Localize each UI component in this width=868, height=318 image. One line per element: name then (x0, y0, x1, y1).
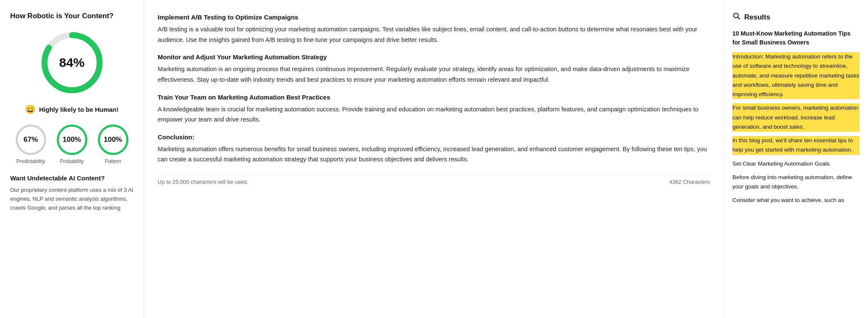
left-panel: How Robotic is Your Content? 84% 😄 Highl… (0, 0, 144, 318)
score-item-pattern: 100% Pattern (98, 124, 128, 164)
monitor-body: Marketing automation is an ongoing proce… (158, 64, 710, 85)
human-emoji: 😄 (25, 104, 36, 114)
char-count-left: Up to 25,000 characters will be used. (158, 179, 248, 185)
train-body: A knowledgeable team is crucial for mark… (158, 104, 710, 125)
plain-block-1: Set Clear Marketing Automation Goals (732, 159, 860, 169)
predictability-circle: 67% (16, 124, 46, 155)
conclusion-body: Marketing automation offers numerous ben… (158, 144, 710, 165)
pattern-label: Pattern (105, 158, 121, 164)
ab-testing-heading: Implement A/B Testing to Optimize Campai… (158, 14, 710, 21)
char-count-footer: Up to 25,000 characters will be used. 43… (158, 173, 710, 187)
svg-line-3 (738, 17, 740, 19)
right-panel: Results 10 Must-Know Marketing Automatio… (724, 0, 868, 318)
donut-percent-label: 84% (59, 55, 84, 70)
predictability-value: 67% (23, 135, 38, 144)
char-count-right: 4382 Characters (669, 179, 710, 185)
plain-block-3: Consider what you want to achieve, such … (732, 196, 860, 205)
ab-testing-body: A/B testing is a valuable tool for optim… (158, 24, 710, 45)
probability-value: 100% (63, 135, 81, 144)
undetectable-desc: Our proprietary content platform uses a … (10, 186, 134, 212)
donut-wrapper: 84% (38, 29, 106, 97)
predictability-label: Predictability (16, 158, 45, 164)
results-header: Results (732, 12, 860, 22)
section-train: Train Your Team on Marketing Automation … (158, 94, 710, 125)
score-item-predictability: 67% Predictability (16, 124, 46, 164)
left-panel-title: How Robotic is Your Content? (10, 12, 134, 20)
conclusion-heading: Conclusion: (158, 133, 710, 141)
probability-label: Probability (60, 158, 83, 164)
highlighted-block-1: Introduction: Marketing automation refer… (732, 52, 860, 99)
undetectable-title: Want Undetectable AI Content? (10, 174, 134, 182)
probability-circle: 100% (57, 124, 87, 155)
article-title: 10 Must-Know Marketing Automation Tips f… (732, 29, 860, 47)
pattern-circle: 100% (98, 124, 128, 155)
highlighted-block-2: For small business owners, marketing aut… (732, 103, 860, 132)
train-heading: Train Your Team on Marketing Automation … (158, 94, 710, 101)
human-badge-text: Highly likely to be Human! (39, 106, 119, 113)
section-conclusion: Conclusion: Marketing automation offers … (158, 133, 710, 165)
score-circles: 67% Predictability 100% Probability 100%… (10, 124, 134, 164)
plain-block-2: Before diving into marketing automation,… (732, 173, 860, 192)
search-icon (732, 12, 741, 22)
results-header-text: Results (744, 13, 770, 22)
pattern-value: 100% (104, 135, 122, 144)
monitor-heading: Monitor and Adjust Your Marketing Automa… (158, 53, 710, 61)
section-ab-testing: Implement A/B Testing to Optimize Campai… (158, 14, 710, 45)
middle-panel[interactable]: Implement A/B Testing to Optimize Campai… (144, 0, 724, 318)
score-item-probability: 100% Probability (57, 124, 87, 164)
human-badge: 😄 Highly likely to be Human! (10, 104, 134, 114)
highlighted-block-3: In this blog post, we'll share ten essen… (732, 136, 860, 155)
section-monitor: Monitor and Adjust Your Marketing Automa… (158, 53, 710, 85)
donut-chart-container: 84% (10, 29, 134, 97)
